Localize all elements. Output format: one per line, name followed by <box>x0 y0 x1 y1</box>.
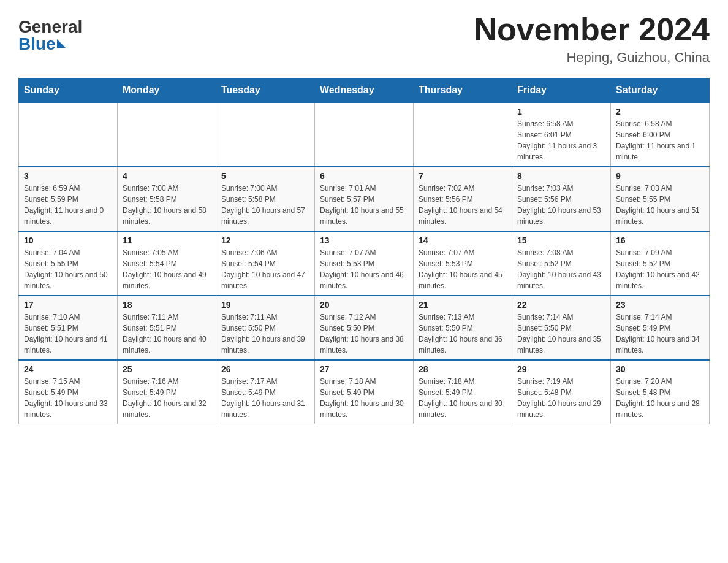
day-cell: 2Sunrise: 6:58 AM Sunset: 6:00 PM Daylig… <box>611 102 710 167</box>
day-cell: 12Sunrise: 7:06 AM Sunset: 5:54 PM Dayli… <box>216 231 315 296</box>
day-cell: 30Sunrise: 7:20 AM Sunset: 5:48 PM Dayli… <box>611 360 710 424</box>
week-row-4: 17Sunrise: 7:10 AM Sunset: 5:51 PM Dayli… <box>19 296 710 360</box>
day-info: Sunrise: 7:17 AM Sunset: 5:49 PM Dayligh… <box>221 376 309 420</box>
day-info: Sunrise: 6:58 AM Sunset: 6:00 PM Dayligh… <box>616 118 704 163</box>
day-cell: 28Sunrise: 7:18 AM Sunset: 5:49 PM Dayli… <box>414 360 512 424</box>
day-info: Sunrise: 6:58 AM Sunset: 6:01 PM Dayligh… <box>517 118 605 163</box>
day-info: Sunrise: 7:00 AM Sunset: 5:58 PM Dayligh… <box>123 183 211 227</box>
day-number: 8 <box>517 171 605 181</box>
day-info: Sunrise: 7:18 AM Sunset: 5:49 PM Dayligh… <box>419 376 507 420</box>
day-cell: 9Sunrise: 7:03 AM Sunset: 5:55 PM Daylig… <box>611 167 710 231</box>
column-header-tuesday: Tuesday <box>216 79 315 103</box>
day-number: 25 <box>123 364 211 374</box>
day-info: Sunrise: 7:05 AM Sunset: 5:54 PM Dayligh… <box>123 247 211 291</box>
day-cell: 11Sunrise: 7:05 AM Sunset: 5:54 PM Dayli… <box>118 231 216 296</box>
day-number: 1 <box>517 107 605 117</box>
day-number: 24 <box>24 364 112 374</box>
day-cell: 29Sunrise: 7:19 AM Sunset: 5:48 PM Dayli… <box>512 360 611 424</box>
day-info: Sunrise: 7:14 AM Sunset: 5:49 PM Dayligh… <box>616 312 704 356</box>
day-number: 17 <box>24 300 112 310</box>
day-number: 27 <box>320 364 408 374</box>
day-cell: 18Sunrise: 7:11 AM Sunset: 5:51 PM Dayli… <box>118 296 216 360</box>
header: General Blue November 2024 Heping, Guizh… <box>18 12 710 66</box>
day-cell: 23Sunrise: 7:14 AM Sunset: 5:49 PM Dayli… <box>611 296 710 360</box>
day-info: Sunrise: 7:11 AM Sunset: 5:51 PM Dayligh… <box>123 312 211 356</box>
day-info: Sunrise: 7:12 AM Sunset: 5:50 PM Dayligh… <box>320 312 408 356</box>
logo-triangle-icon <box>57 39 66 48</box>
day-cell: 5Sunrise: 7:00 AM Sunset: 5:58 PM Daylig… <box>216 167 315 231</box>
header-row: SundayMondayTuesdayWednesdayThursdayFrid… <box>19 79 710 103</box>
day-cell: 7Sunrise: 7:02 AM Sunset: 5:56 PM Daylig… <box>414 167 512 231</box>
day-number: 18 <box>123 300 211 310</box>
day-cell <box>19 102 118 167</box>
title-area: November 2024 Heping, Guizhou, China <box>474 12 710 66</box>
day-cell <box>315 102 414 167</box>
day-number: 15 <box>517 236 605 245</box>
day-cell: 6Sunrise: 7:01 AM Sunset: 5:57 PM Daylig… <box>315 167 414 231</box>
day-number: 7 <box>419 171 507 181</box>
day-cell: 14Sunrise: 7:07 AM Sunset: 5:53 PM Dayli… <box>414 231 512 296</box>
day-number: 10 <box>24 236 112 245</box>
day-info: Sunrise: 7:15 AM Sunset: 5:49 PM Dayligh… <box>24 376 112 420</box>
day-info: Sunrise: 7:03 AM Sunset: 5:55 PM Dayligh… <box>616 183 704 227</box>
column-header-saturday: Saturday <box>611 79 710 103</box>
day-number: 13 <box>320 236 408 245</box>
day-cell: 27Sunrise: 7:18 AM Sunset: 5:49 PM Dayli… <box>315 360 414 424</box>
day-number: 19 <box>221 300 309 310</box>
day-info: Sunrise: 7:07 AM Sunset: 5:53 PM Dayligh… <box>320 247 408 291</box>
day-number: 29 <box>517 364 605 374</box>
day-cell: 24Sunrise: 7:15 AM Sunset: 5:49 PM Dayli… <box>19 360 118 424</box>
day-info: Sunrise: 7:09 AM Sunset: 5:52 PM Dayligh… <box>616 247 704 291</box>
week-row-5: 24Sunrise: 7:15 AM Sunset: 5:49 PM Dayli… <box>19 360 710 424</box>
day-info: Sunrise: 7:02 AM Sunset: 5:56 PM Dayligh… <box>419 183 507 227</box>
day-number: 23 <box>616 300 704 310</box>
day-cell: 8Sunrise: 7:03 AM Sunset: 5:56 PM Daylig… <box>512 167 611 231</box>
day-info: Sunrise: 7:10 AM Sunset: 5:51 PM Dayligh… <box>24 312 112 356</box>
day-number: 28 <box>419 364 507 374</box>
day-cell: 26Sunrise: 7:17 AM Sunset: 5:49 PM Dayli… <box>216 360 315 424</box>
day-info: Sunrise: 7:13 AM Sunset: 5:50 PM Dayligh… <box>419 312 507 356</box>
day-cell: 21Sunrise: 7:13 AM Sunset: 5:50 PM Dayli… <box>414 296 512 360</box>
day-cell: 3Sunrise: 6:59 AM Sunset: 5:59 PM Daylig… <box>19 167 118 231</box>
day-cell: 25Sunrise: 7:16 AM Sunset: 5:49 PM Dayli… <box>118 360 216 424</box>
day-cell: 4Sunrise: 7:00 AM Sunset: 5:58 PM Daylig… <box>118 167 216 231</box>
day-cell: 1Sunrise: 6:58 AM Sunset: 6:01 PM Daylig… <box>512 102 611 167</box>
day-number: 30 <box>616 364 704 374</box>
day-info: Sunrise: 7:06 AM Sunset: 5:54 PM Dayligh… <box>221 247 309 291</box>
column-header-monday: Monday <box>118 79 216 103</box>
day-number: 20 <box>320 300 408 310</box>
day-number: 21 <box>419 300 507 310</box>
week-row-2: 3Sunrise: 6:59 AM Sunset: 5:59 PM Daylig… <box>19 167 710 231</box>
logo-blue-text: Blue <box>18 36 66 53</box>
day-info: Sunrise: 7:20 AM Sunset: 5:48 PM Dayligh… <box>616 376 704 420</box>
day-cell: 10Sunrise: 7:04 AM Sunset: 5:55 PM Dayli… <box>19 231 118 296</box>
day-info: Sunrise: 7:07 AM Sunset: 5:53 PM Dayligh… <box>419 247 507 291</box>
day-number: 4 <box>123 171 211 181</box>
day-number: 5 <box>221 171 309 181</box>
day-number: 26 <box>221 364 309 374</box>
day-info: Sunrise: 7:04 AM Sunset: 5:55 PM Dayligh… <box>24 247 112 291</box>
month-title: November 2024 <box>474 12 710 47</box>
day-number: 9 <box>616 171 704 181</box>
calendar-table: SundayMondayTuesdayWednesdayThursdayFrid… <box>18 78 710 424</box>
day-cell <box>414 102 512 167</box>
day-number: 12 <box>221 236 309 245</box>
day-cell: 19Sunrise: 7:11 AM Sunset: 5:50 PM Dayli… <box>216 296 315 360</box>
day-info: Sunrise: 7:08 AM Sunset: 5:52 PM Dayligh… <box>517 247 605 291</box>
day-info: Sunrise: 7:01 AM Sunset: 5:57 PM Dayligh… <box>320 183 408 227</box>
day-number: 3 <box>24 171 112 181</box>
day-cell: 16Sunrise: 7:09 AM Sunset: 5:52 PM Dayli… <box>611 231 710 296</box>
day-cell: 13Sunrise: 7:07 AM Sunset: 5:53 PM Dayli… <box>315 231 414 296</box>
column-header-sunday: Sunday <box>19 79 118 103</box>
day-number: 14 <box>419 236 507 245</box>
day-info: Sunrise: 7:18 AM Sunset: 5:49 PM Dayligh… <box>320 376 408 420</box>
day-info: Sunrise: 7:03 AM Sunset: 5:56 PM Dayligh… <box>517 183 605 227</box>
day-cell <box>118 102 216 167</box>
day-cell <box>216 102 315 167</box>
day-info: Sunrise: 7:19 AM Sunset: 5:48 PM Dayligh… <box>517 376 605 420</box>
day-cell: 15Sunrise: 7:08 AM Sunset: 5:52 PM Dayli… <box>512 231 611 296</box>
location-title: Heping, Guizhou, China <box>474 50 710 66</box>
logo: General Blue <box>18 18 82 53</box>
day-cell: 22Sunrise: 7:14 AM Sunset: 5:50 PM Dayli… <box>512 296 611 360</box>
day-number: 22 <box>517 300 605 310</box>
